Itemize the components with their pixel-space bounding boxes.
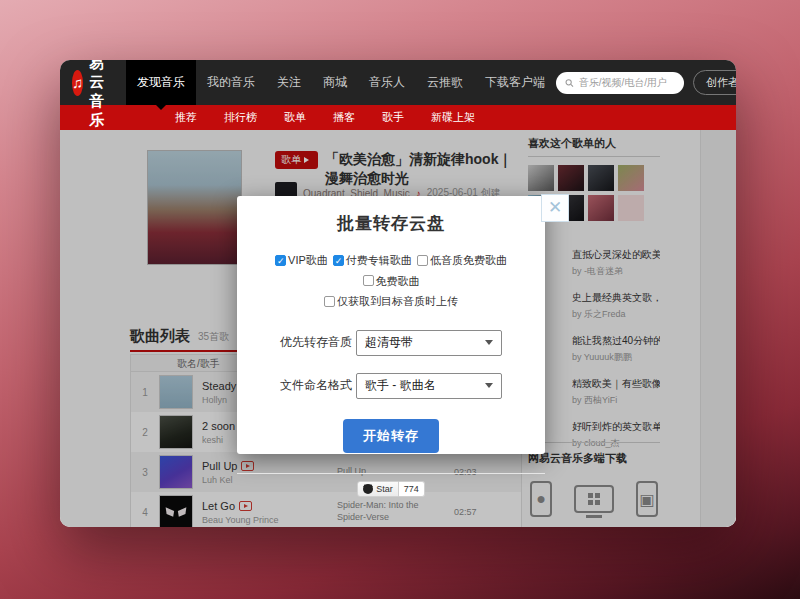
likes-section-title: 喜欢这个歌单的人 [528,136,660,157]
song-cover[interactable] [159,455,193,489]
checkbox-label: 付费专辑歌曲 [346,251,412,270]
naming-format-select[interactable]: 歌手 - 歌曲名 [356,373,502,399]
related-playlist-item[interactable]: 直抵心灵深处的欧美... by -电音迷弟 [572,248,660,278]
quality-select-label: 优先转存音质 [280,334,352,351]
song-artist[interactable]: Beau Young Prince [202,515,337,525]
nav-item-my-music[interactable]: 我的音乐 [196,60,266,105]
app-logo-text: 网易云音乐 [89,60,120,130]
related-playlist-author[interactable]: by 乐之Freda [572,308,660,321]
liker-avatar[interactable] [528,165,554,191]
modal-title: 批量转存云盘 [237,212,545,235]
related-playlists-section: 直抵心灵深处的欧美... by -电音迷弟 史上最经典英文歌，... by 乐之… [528,248,660,463]
search-box[interactable] [556,72,684,94]
desktop-background: ♫ 网易云音乐 发现音乐 我的音乐 关注 商城 音乐人 云推歌 下载客户端 创作… [0,0,800,599]
page-right-gutter [700,130,736,527]
github-star-widget[interactable]: Star 774 [357,481,425,497]
song-index: 4 [131,507,159,518]
quality-select-value: 超清母带 [365,334,413,351]
batch-transfer-modal: ✕ 批量转存云盘 VIP歌曲 付费专辑歌曲 低音质免费歌曲 免费歌曲 仅获取到目… [237,196,545,454]
mv-icon[interactable] [239,501,252,511]
quality-select[interactable]: 超清母带 [356,330,502,356]
checkbox-checked-icon [333,255,344,266]
playlist-type-badge: 歌单 [275,151,318,169]
download-section-title: 网易云音乐多端下载 [528,442,660,471]
song-album[interactable]: Spider-Man: Into the Spider-Verse [337,500,432,523]
song-index: 3 [131,467,159,478]
related-playlist-author[interactable]: by 西柚YiFi [572,394,660,407]
subnav-item-artist[interactable]: 歌手 [382,110,404,125]
chevron-down-icon [485,340,493,349]
related-playlist-item[interactable]: 能让我熬过40分钟的... by Yuuuuk鹏鹏 [572,334,660,364]
subnav-item-playlist[interactable]: 歌单 [284,110,306,125]
checkbox-upload-only-target-quality[interactable]: 仅获取到目标音质时上传 [324,292,458,311]
checkbox-vip-songs[interactable]: VIP歌曲 [275,251,328,270]
chevron-down-icon [485,383,493,392]
checkbox-label: 免费歌曲 [376,272,420,291]
playlist-cover-image [147,150,242,265]
related-playlist-title[interactable]: 史上最经典英文歌，... [572,291,660,305]
related-playlist-title[interactable]: 好听到炸的英文歌单... [572,420,660,434]
liker-avatar[interactable] [558,165,584,191]
checkbox-checked-icon [275,255,286,266]
nav-item-musician[interactable]: 音乐人 [358,60,416,105]
github-star-count: 774 [399,481,425,497]
nav-item-mall[interactable]: 商城 [312,60,358,105]
nav-item-discover[interactable]: 发现音乐 [126,60,196,105]
related-playlist-title[interactable]: 直抵心灵深处的欧美... [572,248,660,262]
liker-avatar[interactable] [588,195,614,221]
windows-pc-download-icon[interactable] [574,485,614,513]
github-octocat-icon [363,484,373,494]
related-playlist-author[interactable]: by -电音迷弟 [572,265,660,278]
checkbox-low-quality-free-songs[interactable]: 低音质免费歌曲 [417,251,507,270]
github-star-label: Star [376,484,393,494]
song-type-checkboxes: VIP歌曲 付费专辑歌曲 低音质免费歌曲 免费歌曲 仅获取到目标音质时上传 [248,251,534,313]
checkbox-label: VIP歌曲 [288,251,328,270]
creator-center-button[interactable]: 创作者中心 [693,70,736,95]
related-playlist-title[interactable]: 精致欧美｜有些歌像... [572,377,660,391]
checkbox-free-songs[interactable]: 免费歌曲 [363,272,420,291]
android-download-icon[interactable]: ▣ [636,481,658,517]
related-playlist-author[interactable]: by Yuuuuk鹏鹏 [572,351,660,364]
nav-item-cloud-push[interactable]: 云推歌 [416,60,474,105]
song-cover[interactable] [159,495,193,527]
song-title[interactable]: Pull Up [202,460,337,472]
naming-format-value: 歌手 - 歌曲名 [365,377,436,394]
song-title[interactable]: Let Go [202,500,337,512]
start-transfer-button[interactable]: 开始转存 [343,419,439,453]
liker-avatar[interactable] [618,195,644,221]
checkbox-label: 仅获取到目标音质时上传 [337,292,458,311]
liker-avatar[interactable] [618,165,644,191]
subnav-item-new-album[interactable]: 新碟上架 [431,110,475,125]
spider-eyes-art [160,496,192,527]
nav-item-follow[interactable]: 关注 [266,60,312,105]
song-cover[interactable] [159,375,193,409]
search-icon [565,78,574,88]
top-navbar: ♫ 网易云音乐 发现音乐 我的音乐 关注 商城 音乐人 云推歌 下载客户端 创作… [60,60,736,105]
close-icon[interactable]: ✕ [541,194,569,222]
checkbox-label: 低音质免费歌曲 [430,251,507,270]
song-cover[interactable] [159,415,193,449]
nav-item-download-client[interactable]: 下载客户端 [474,60,556,105]
netease-music-logo-icon: ♫ [72,70,83,96]
song-list-title: 歌曲列表 [130,327,190,346]
app-logo[interactable]: ♫ 网易云音乐 [72,60,120,130]
search-input[interactable] [579,77,675,88]
browser-window: ♫ 网易云音乐 发现音乐 我的音乐 关注 商城 音乐人 云推歌 下载客户端 创作… [60,60,736,527]
subnav-item-recommend[interactable]: 推荐 [175,110,197,125]
related-playlist-item[interactable]: 精致欧美｜有些歌像... by 西柚YiFi [572,377,660,407]
subnav-item-podcast[interactable]: 播客 [333,110,355,125]
checkbox-paid-album-songs[interactable]: 付费专辑歌曲 [333,251,412,270]
liker-avatar[interactable] [588,165,614,191]
naming-format-label: 文件命名格式 [280,377,352,394]
mv-icon[interactable] [241,461,254,471]
checkbox-unchecked-icon [363,275,374,286]
song-duration: 02:57 [432,507,492,517]
navbar-right-cluster: 创作者中心 2 [556,70,736,96]
subnav-item-toplist[interactable]: 排行榜 [224,110,257,125]
checkbox-unchecked-icon [324,296,335,307]
song-index: 1 [131,387,159,398]
related-playlist-title[interactable]: 能让我熬过40分钟的... [572,334,660,348]
multi-device-download-section: 网易云音乐多端下载 ● ▣ 同步歌单，随时随地畅听好音乐 [528,442,660,527]
song-count: 35首歌 [198,330,229,346]
related-playlist-item[interactable]: 史上最经典英文歌，... by 乐之Freda [572,291,660,321]
